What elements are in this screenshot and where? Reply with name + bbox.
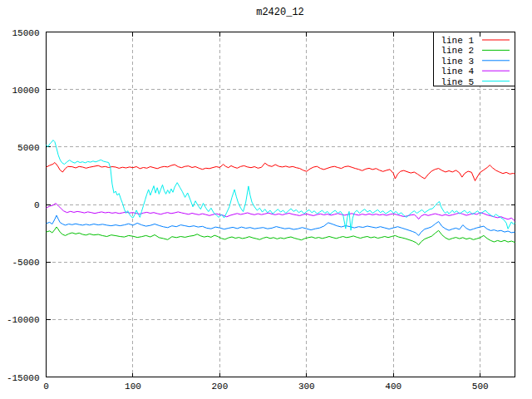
y-tick-label: 15000 [12,28,39,38]
series-line-1 [47,163,515,181]
y-tick-label: -15000 [7,373,40,383]
series-line-5 [47,140,515,231]
legend-label: line 4 [441,66,474,76]
y-tick-label: 5000 [17,143,39,153]
x-tick-label: 300 [298,382,315,392]
y-tick-label: 0 [34,200,40,210]
legend-label: line 1 [441,36,474,46]
x-tick-label: 0 [43,382,49,392]
x-tick-label: 100 [125,382,141,392]
series-line-3 [47,215,515,235]
gnuplot-window: m2420_12 0100200300400500-15000-10000-50… [0,0,532,399]
y-tick-label: -5000 [12,258,39,268]
x-tick-label: 200 [211,382,228,392]
legend-label: line 5 [441,77,474,87]
chart-canvas: 0100200300400500-15000-10000-50000500010… [0,0,532,399]
x-tick-label: 400 [385,382,401,392]
series-line-2 [47,227,515,245]
legend-label: line 3 [441,57,474,66]
x-tick-label: 500 [472,382,489,392]
y-tick-label: 10000 [12,86,39,96]
y-tick-label: -10000 [7,315,40,325]
legend-label: line 2 [441,46,474,56]
